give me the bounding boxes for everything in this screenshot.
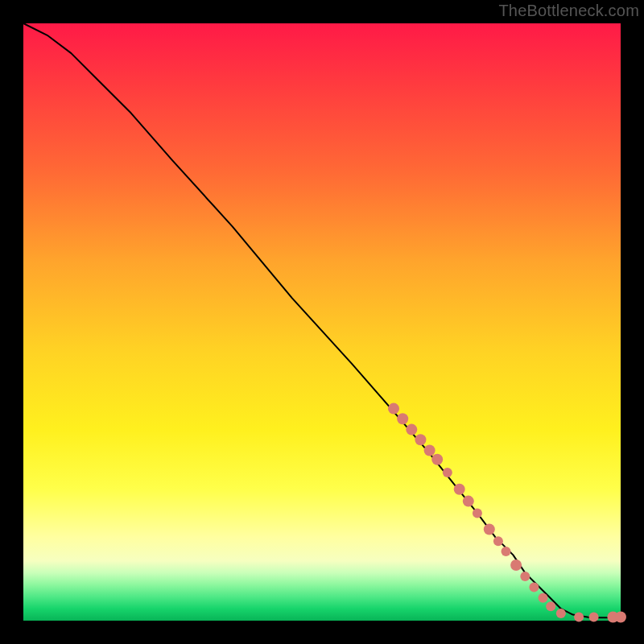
data-point-marker	[388, 403, 399, 415]
data-point-marker	[502, 547, 511, 556]
data-point-marker	[454, 484, 465, 495]
data-point-marker	[424, 445, 436, 456]
data-point-marker	[493, 536, 503, 546]
data-point-marker	[510, 559, 522, 571]
data-point-marker	[443, 468, 452, 477]
data-point-marker	[546, 601, 555, 611]
bottleneck-curve-line	[23, 23, 621, 617]
data-point-marker	[484, 524, 495, 535]
data-point-marker	[556, 609, 566, 618]
data-point-marker	[473, 508, 482, 518]
data-point-marker	[431, 454, 443, 465]
data-point-marker	[589, 613, 599, 622]
watermark-text: TheBottleneck.com	[498, 2, 639, 20]
data-point-marker	[415, 434, 426, 445]
data-point-marker	[463, 496, 474, 507]
data-point-marker	[406, 424, 417, 436]
chart-frame: TheBottleneck.com	[0, 0, 644, 644]
data-point-marker	[574, 613, 584, 622]
data-point-marker	[397, 413, 408, 424]
data-point-marker	[529, 582, 539, 592]
data-point-markers	[388, 403, 626, 623]
data-point-marker	[539, 593, 548, 603]
data-point-marker	[520, 572, 530, 581]
chart-overlay	[23, 23, 621, 621]
data-point-marker	[615, 612, 626, 623]
